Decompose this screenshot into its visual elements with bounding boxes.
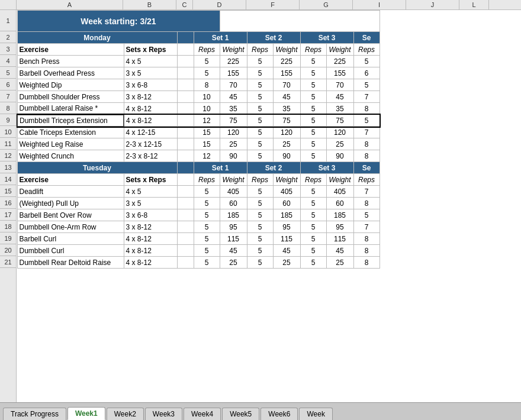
row-num-4: 4: [0, 55, 16, 67]
tab-week4[interactable]: Week4: [184, 408, 221, 420]
s1-weight: 35: [220, 103, 247, 115]
s3-reps: 5: [300, 150, 326, 162]
set2-header: Set 2: [247, 32, 300, 44]
col-header-A: A: [17, 0, 123, 9]
row-num-10: 10: [0, 126, 16, 138]
row-num-1: 1: [0, 10, 16, 31]
table-row: Barbell Bent Over Row 3 x 6-8 5 185 5 18…: [17, 209, 380, 221]
tab-week1[interactable]: Week1: [67, 407, 105, 420]
c-cell: [177, 91, 194, 103]
s1-weight: 25: [220, 138, 247, 150]
tab-week6[interactable]: Week6: [260, 408, 298, 420]
tab-week5[interactable]: Week5: [222, 408, 259, 420]
s3-weight: 70: [326, 79, 353, 91]
s3-reps: 5: [300, 127, 326, 138]
table-row: Deadlift 4 x 5 5 405 5 405 5 405 7: [17, 186, 380, 198]
s3-reps: 5: [300, 79, 326, 91]
s1-reps: 5: [194, 56, 220, 67]
s2-weight: 60: [273, 198, 300, 209]
row-num-5: 5: [0, 67, 16, 79]
s2-reps: 5: [247, 209, 273, 221]
s2-weight: 90: [273, 150, 300, 162]
s1-reps: 8: [194, 79, 220, 91]
s3-weight-header: Weight: [326, 44, 353, 56]
tuesday-label: Tuesday: [17, 162, 177, 174]
s3-reps: 5: [300, 67, 326, 79]
s3-weight: 405: [326, 186, 353, 198]
table-row: Barbell Overhead Press 3 x 5 5 155 5 155…: [17, 67, 380, 79]
sets-reps: 3 x 5: [124, 198, 177, 209]
exercise-name: Dumbbell Shoulder Press: [17, 91, 124, 103]
s3-reps: 5: [300, 186, 326, 198]
tab-week-more[interactable]: Week: [299, 408, 332, 420]
s1-reps-header-tue: Reps: [194, 174, 220, 186]
c-cell: [177, 127, 194, 138]
s3-weight: 185: [326, 209, 353, 221]
s4-reps: 7: [353, 91, 380, 103]
set3-header: Set 3: [300, 32, 353, 44]
s1-weight: 45: [220, 91, 247, 103]
s3-weight: 25: [326, 257, 353, 269]
s4-reps: 8: [353, 245, 380, 257]
c-cell: [177, 103, 194, 115]
tab-bar: Track Progress Week1 Week2 Week3 Week4 W…: [0, 402, 521, 420]
sets-reps: 4 x 5: [124, 56, 177, 67]
s2-reps-header: Reps: [247, 44, 273, 56]
row-num-2: 2: [0, 31, 16, 43]
s2-reps: 5: [247, 103, 273, 115]
s2-weight: 115: [273, 233, 300, 245]
s3-weight: 45: [326, 91, 353, 103]
c-cell: [177, 221, 194, 233]
s2-reps: 5: [247, 115, 273, 127]
exercise-col-header: Exercise: [17, 44, 124, 56]
s2-reps: 5: [247, 221, 273, 233]
table-area: Week starting: 3/21 Monday Set 1 Set 2 S…: [17, 10, 521, 402]
s2-weight: 95: [273, 221, 300, 233]
row-num-13: 13: [0, 161, 16, 173]
col-header-F: F: [246, 0, 300, 9]
exercise-name: Dumbbell One-Arm Row: [17, 221, 124, 233]
s1-reps: 5: [194, 221, 220, 233]
setsreps-col-header: Sets x Reps: [124, 44, 177, 56]
s4-reps: 8: [353, 150, 380, 162]
sets-reps: 3 x 6-8: [124, 79, 177, 91]
s1-reps: 10: [194, 103, 220, 115]
s1-weight: 120: [220, 127, 247, 138]
row-num-20: 20: [0, 244, 16, 256]
table-row: Bench Press 4 x 5 5 225 5 225 5 225 5: [17, 56, 380, 67]
title-row: Week starting: 3/21: [17, 11, 380, 32]
col-header-I: I: [353, 0, 406, 9]
s4-reps: 8: [353, 103, 380, 115]
s1-reps: 15: [194, 138, 220, 150]
table-row: Dumbbell Curl 4 x 8-12 5 45 5 45 5 45 8: [17, 245, 380, 257]
set2-header-tue: Set 2: [247, 162, 300, 174]
s1-reps: 5: [194, 257, 220, 269]
tab-week3[interactable]: Week3: [145, 408, 182, 420]
exercise-name: (Weighted) Pull Up: [17, 198, 124, 209]
s1-weight: 95: [220, 221, 247, 233]
s3-reps: 5: [300, 138, 326, 150]
exercise-name: Dumbbell Rear Deltoid Raise: [17, 257, 124, 269]
row-num-17: 17: [0, 209, 16, 221]
tab-week2[interactable]: Week2: [107, 408, 144, 420]
tab-track-progress[interactable]: Track Progress: [3, 408, 66, 420]
s1-reps: 5: [194, 245, 220, 257]
s4-reps: 5: [353, 115, 380, 127]
col-header-C: C: [176, 0, 193, 9]
s3-weight: 45: [326, 245, 353, 257]
s2-weight-header: Weight: [273, 44, 300, 56]
s1-weight: 225: [220, 56, 247, 67]
set4-header-tue: Se: [353, 162, 380, 174]
s4-reps: 7: [353, 186, 380, 198]
main-area: 1 2 3 4 5 6 7 8 9 10 11 12 13 14 15 16 1…: [0, 10, 521, 402]
row-num-3: 3: [0, 43, 16, 55]
exercise-name: Weighted Leg Raise: [17, 138, 124, 150]
col-header-G: G: [300, 0, 353, 9]
s2-reps: 5: [247, 245, 273, 257]
c-cell: [177, 115, 194, 127]
row-numbers: 1 2 3 4 5 6 7 8 9 10 11 12 13 14 15 16 1…: [0, 10, 17, 402]
row-num-15: 15: [0, 185, 16, 197]
c-cell: [177, 186, 194, 198]
s3-weight: 35: [326, 103, 353, 115]
s2-weight: 185: [273, 209, 300, 221]
